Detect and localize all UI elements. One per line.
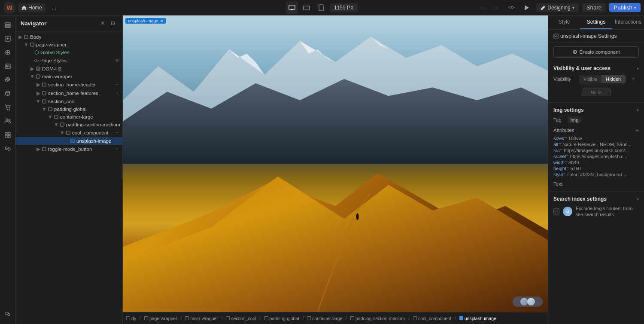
add-element-icon-button[interactable]	[2, 33, 14, 45]
visibility-add-button[interactable]: +	[629, 75, 638, 83]
tree-item-main-wrapper[interactable]: ▼ main-wrapper	[15, 73, 122, 80]
element-settings-icon	[553, 34, 559, 39]
components-icon-button[interactable]	[2, 46, 14, 58]
create-component-button[interactable]: Create component	[553, 46, 639, 58]
canvas-element-label-text: unsplash-image	[128, 18, 158, 23]
tree-item-page-styles[interactable]: </> Page Styles 👁	[15, 56, 122, 65]
text-label: Text	[553, 181, 562, 186]
publish-button[interactable]: Publish ▾	[609, 3, 641, 12]
ecommerce-icon-button[interactable]	[2, 101, 14, 113]
none-row: None	[553, 87, 639, 98]
attr-alt[interactable]: alt= Nature Reserve - NEOM, Saud...	[553, 141, 639, 147]
canvas-frame[interactable]: unsplash-image ✕	[123, 15, 548, 312]
styles-icon-button[interactable]	[2, 74, 14, 86]
breadcrumb-unsplash-image[interactable]: unsplash-image	[459, 316, 496, 321]
section-home-features-add-icon[interactable]: +	[114, 90, 121, 97]
home-button[interactable]: Home	[18, 3, 46, 12]
visibility-label: Visibility	[553, 76, 577, 82]
attributes-section: Attributes + sizes= 100vw alt= Nature Re…	[553, 127, 639, 177]
tree-item-body[interactable]: ▶ Body	[15, 33, 122, 41]
close-canvas-label-icon[interactable]: ✕	[160, 19, 164, 23]
tree-item-cool-component[interactable]: ▼ cool_component +	[15, 128, 122, 137]
breadcrumb-padding-global[interactable]: padding-global	[264, 316, 299, 321]
tree-item-container-large[interactable]: ▼ container-large	[15, 113, 122, 121]
assets-icon-button[interactable]	[2, 60, 14, 72]
svg-rect-20	[5, 132, 7, 134]
search-index-collapse-button[interactable]: ▾	[637, 197, 639, 202]
expand-navigator-button[interactable]: ⊡	[109, 19, 117, 28]
tree-item-page-wrapper[interactable]: ▼ page-wrapper	[15, 41, 122, 49]
tag-label: Tag	[553, 117, 566, 122]
breadcrumb-section-cool[interactable]: section_cool	[226, 316, 256, 321]
close-navigator-button[interactable]: ✕	[98, 19, 107, 28]
attr-src[interactable]: src= https://images.unsplash.com/...	[553, 147, 639, 153]
preview-button[interactable]	[521, 2, 533, 14]
container-large-icon	[53, 114, 59, 120]
integrations-icon-button[interactable]	[2, 143, 14, 155]
tree-item-section-cool[interactable]: ▼ section_cool	[15, 98, 122, 105]
breadcrumb-container-large[interactable]: container-large	[307, 316, 342, 321]
attr-sizes[interactable]: sizes= 100vw	[553, 135, 639, 141]
attr-srcset[interactable]: srcset= https://images.unsplash.c...	[553, 153, 639, 159]
toggle-mode-button-add-icon[interactable]: +	[114, 146, 121, 153]
tree-item-unsplash-image[interactable]: unsplash-image	[15, 137, 122, 145]
tree-item-padding-section-medium[interactable]: ▼ padding-section-medium	[15, 121, 122, 128]
expand-padding-global-icon: ▼	[41, 106, 47, 112]
share-button[interactable]: Share	[582, 3, 606, 12]
search-exclude-checkbox[interactable]	[553, 208, 559, 214]
breadcrumb-body[interactable]: dy	[126, 316, 136, 321]
logo[interactable]: W	[3, 2, 15, 14]
shopping-icon	[4, 104, 11, 111]
svg-rect-22	[5, 135, 7, 138]
breadcrumb-main-wrapper[interactable]: main-wrapper	[185, 316, 218, 321]
code-view-button[interactable]: </>	[505, 2, 517, 14]
tree-item-toggle-mode-button[interactable]: ▶ toggle-mode_button +	[15, 145, 122, 153]
add-attribute-button[interactable]: +	[635, 127, 639, 134]
desktop-view-button[interactable]	[286, 2, 298, 14]
tree-item-section-home-features[interactable]: ▶ section_home-features +	[15, 89, 122, 98]
figma-plugin-icon-button[interactable]	[2, 309, 14, 321]
search-exclude-icon	[563, 207, 572, 216]
users-icon	[4, 118, 11, 125]
apps-icon-button[interactable]	[2, 129, 14, 141]
more-options-button[interactable]: ...	[48, 2, 60, 14]
canvas-width[interactable]: 1155 PX	[330, 3, 358, 12]
hidden-button[interactable]: Hidden	[601, 75, 625, 83]
attr-height[interactable]: height= 5760	[553, 165, 639, 171]
svg-point-16	[7, 109, 8, 110]
tree-item-section-home-header[interactable]: ▶ section_home-header +	[15, 80, 122, 89]
section-home-header-add-icon[interactable]: +	[114, 81, 121, 88]
img-settings-collapse-button[interactable]: ▾	[637, 108, 639, 113]
undo-button[interactable]: ←	[477, 2, 489, 14]
tablet-landscape-view-button[interactable]	[301, 2, 313, 14]
visibility-collapse-button[interactable]: ▾	[637, 66, 639, 71]
redo-button[interactable]: →	[490, 2, 502, 14]
breadcrumb-cool-component[interactable]: cool_component	[413, 316, 451, 321]
tab-style[interactable]: Style	[548, 15, 580, 29]
visible-button[interactable]: Visible	[579, 75, 601, 83]
attr-width[interactable]: width= 8640	[553, 159, 639, 165]
cool-component-add-icon[interactable]: +	[114, 129, 121, 136]
layers-icon-button[interactable]	[2, 19, 14, 31]
breadcrumb-unsplash-image-checkbox	[459, 316, 463, 320]
search-index-header: Search index settings ▾	[553, 196, 639, 202]
tree-item-dom-h2[interactable]: ▶ DOM-H2	[15, 65, 122, 73]
breadcrumb-section-cool-checkbox	[226, 316, 230, 320]
breadcrumb-padding-section-medium[interactable]: padding-section-medium	[350, 316, 405, 321]
expand-page-styles-icon	[29, 58, 33, 64]
tree-item-padding-global[interactable]: ▼ padding-global	[15, 105, 122, 113]
breadcrumb-cool-component-label: cool_component	[418, 316, 451, 321]
mode-selector[interactable]: Designing ▾	[536, 3, 578, 12]
tab-settings[interactable]: Settings	[580, 15, 612, 29]
attr-style[interactable]: style= color: #f3f3f3; background-...	[553, 171, 639, 177]
tag-value[interactable]: img	[568, 116, 581, 123]
tree-item-global-styles[interactable]: ⬡ Global Styles	[15, 49, 122, 56]
section-home-header-icon	[41, 82, 47, 88]
element-settings-header: unsplash-image Settings	[548, 30, 644, 43]
tab-interactions[interactable]: Interactions	[612, 15, 644, 29]
svg-rect-26	[30, 43, 34, 46]
tablet-view-button[interactable]	[315, 2, 327, 14]
breadcrumb-page-wrapper[interactable]: page-wrapper	[144, 316, 177, 321]
cms-icon-button[interactable]	[2, 88, 14, 100]
users-icon-button[interactable]	[2, 115, 14, 127]
